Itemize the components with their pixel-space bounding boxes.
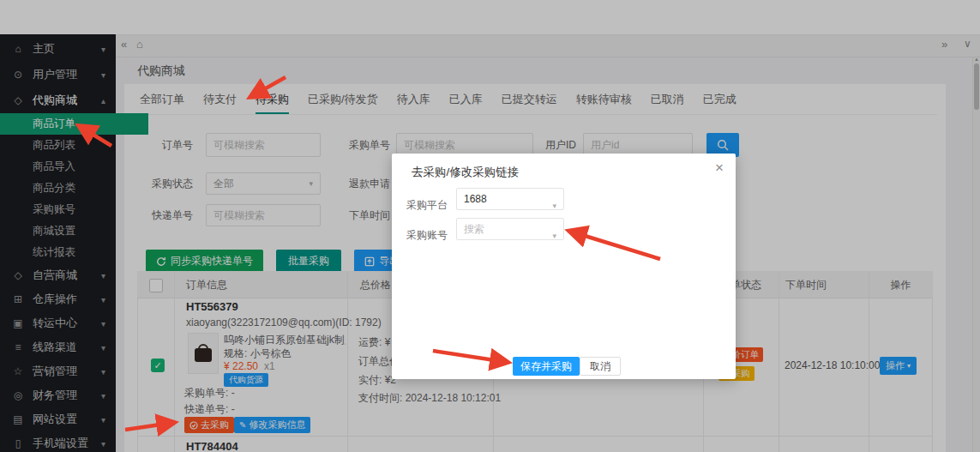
button-label: 保存并采购 <box>520 359 572 374</box>
save-and-purchase-button[interactable]: 保存并采购 <box>513 357 580 376</box>
button-label: 取消 <box>590 359 610 374</box>
purchase-account-select[interactable]: 搜索 ▾ <box>456 218 564 240</box>
select-placeholder: 搜索 <box>464 223 484 235</box>
cancel-button[interactable]: 取消 <box>580 357 621 376</box>
chevron-down-icon: ▾ <box>552 226 556 246</box>
modal-close-icon[interactable]: × <box>715 160 724 175</box>
select-value: 1688 <box>464 193 487 205</box>
purchase-modal: 去采购/修改采购链接 × 采购平台 1688 ▾ 采购账号 搜索 ▾ 保存并采购… <box>392 154 736 379</box>
modal-label-platform: 采购平台 <box>396 194 448 216</box>
app-root: HIGO代购商城 下载采购插件 清理海报缓存 条码生成工具 master ▾ «… <box>0 0 980 452</box>
modal-title: 去采购/修改采购链接 <box>412 165 519 180</box>
purchase-platform-select[interactable]: 1688 ▾ <box>456 188 564 210</box>
chevron-down-icon: ▾ <box>552 196 556 216</box>
modal-label-account: 采购账号 <box>396 224 448 246</box>
